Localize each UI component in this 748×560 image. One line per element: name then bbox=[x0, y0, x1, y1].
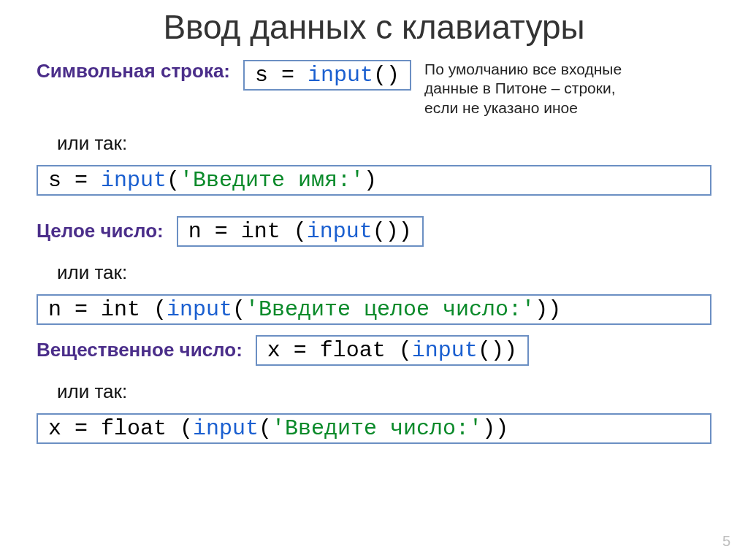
code-keyword: input bbox=[101, 168, 167, 193]
code-text: )) bbox=[535, 297, 561, 322]
code-text: () bbox=[373, 63, 400, 88]
code-keyword: input bbox=[193, 416, 259, 441]
codebox-float-prompt: x = float (input('Введите число:')) bbox=[37, 413, 711, 444]
code-string: 'Введите целое число:' bbox=[245, 297, 535, 322]
code-string: 'Введите число:' bbox=[272, 416, 482, 441]
codebox-int-prompt: n = int (input('Введите целое число:')) bbox=[37, 294, 711, 325]
code-keyword: input bbox=[412, 338, 478, 363]
codebox-input: s = input() bbox=[243, 60, 411, 91]
label-integer: Целое число: bbox=[37, 220, 164, 242]
code-text: x = float ( bbox=[48, 416, 193, 441]
note-default: По умолчанию все входные данные в Питоне… bbox=[424, 60, 644, 118]
code-text: ) bbox=[364, 168, 377, 193]
codebox-float: x = float (input()) bbox=[256, 335, 529, 366]
code-keyword: input bbox=[307, 219, 373, 244]
codebox-int: n = int (input()) bbox=[177, 216, 424, 247]
label-or-1: или так: bbox=[57, 132, 711, 155]
row-string: Символьная строка: s = input() По умолча… bbox=[37, 60, 711, 118]
label-real: Вещественное число: bbox=[37, 339, 243, 361]
code-text: ( bbox=[259, 416, 272, 441]
code-text: ()) bbox=[373, 219, 412, 244]
code-text: n = int ( bbox=[48, 297, 167, 322]
code-text: )) bbox=[482, 416, 508, 441]
page-number: 5 bbox=[722, 533, 730, 550]
codebox-input-prompt: s = input('Введите имя:') bbox=[37, 165, 711, 196]
code-text: ()) bbox=[478, 338, 517, 363]
label-or-3: или так: bbox=[57, 380, 711, 403]
code-text: n = int ( bbox=[188, 219, 307, 244]
code-text: s = bbox=[48, 168, 101, 193]
code-text: ( bbox=[232, 297, 245, 322]
code-text: x = float ( bbox=[267, 338, 412, 363]
slide-title: Ввод данных с клавиатуры bbox=[37, 7, 711, 47]
label-string: Символьная строка: bbox=[37, 60, 230, 83]
label-or-2: или так: bbox=[57, 261, 711, 284]
row-real: Вещественное число: x = float (input()) bbox=[37, 335, 711, 366]
row-integer: Целое число: n = int (input()) bbox=[37, 216, 711, 247]
code-string: 'Введите имя:' bbox=[180, 168, 364, 193]
code-keyword: input bbox=[308, 63, 373, 88]
code-text: s = bbox=[255, 63, 308, 88]
code-text: ( bbox=[167, 168, 180, 193]
code-keyword: input bbox=[167, 297, 232, 322]
